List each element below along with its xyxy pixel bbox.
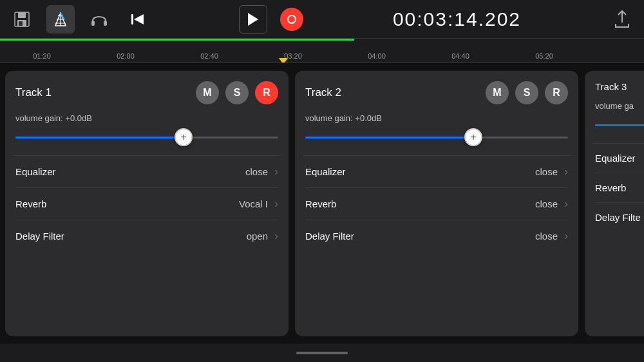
- svg-marker-13: [134, 14, 144, 24]
- ruler-label-2: 02:00: [117, 52, 135, 60]
- track-1-volume: volume gain: +0.0dB: [15, 113, 278, 145]
- record-button[interactable]: [278, 5, 306, 33]
- track-2-name: Track 2: [305, 86, 479, 99]
- track-1-solo-button[interactable]: S: [225, 81, 249, 104]
- track-card-2: Track 2 M S R volume gain: +0.0dB Equali…: [295, 71, 578, 336]
- track-1-reverb-status: Vocal I: [239, 198, 268, 209]
- track-2-reverb-label: Reverb: [305, 198, 535, 209]
- track-1-reverb-chevron[interactable]: ›: [274, 197, 278, 211]
- save-button[interactable]: [8, 5, 36, 33]
- track-2-slider[interactable]: [305, 129, 568, 145]
- track-2-rec-button[interactable]: R: [545, 81, 568, 104]
- track-card-1: Track 1 M S R volume gain: +0.0dB Equali…: [5, 71, 289, 336]
- track-2-volume: volume gain: +0.0dB: [305, 113, 568, 145]
- svg-rect-10: [91, 21, 95, 26]
- track-3-name: Track 3: [595, 81, 644, 92]
- track-3-equalizer-row[interactable]: Equalizer: [595, 144, 644, 173]
- metronome-button[interactable]: [46, 5, 75, 33]
- track-1-equalizer-row[interactable]: Equalizer close ›: [15, 156, 278, 188]
- svg-rect-12: [131, 14, 133, 24]
- track-3-header: Track 3: [595, 81, 644, 92]
- ruler-label-7: 05:20: [535, 52, 553, 60]
- ruler-label-6: 04:40: [451, 52, 469, 60]
- track-2-slider-thumb[interactable]: [464, 128, 482, 146]
- track-3-reverb-row[interactable]: Reverb: [595, 173, 644, 203]
- track-2-volume-label: volume gain: +0.0dB: [305, 113, 568, 123]
- rewind-button[interactable]: [124, 5, 152, 33]
- track-2-mute-button[interactable]: M: [486, 81, 509, 104]
- track-2-delay-label: Delay Filter: [305, 231, 535, 242]
- track-2-equalizer-chevron[interactable]: ›: [564, 165, 568, 178]
- progress-bar: [0, 39, 354, 41]
- track-2-header: Track 2 M S R: [305, 81, 568, 104]
- track-1-delay-status: open: [247, 231, 268, 242]
- track-2-solo-button[interactable]: S: [515, 81, 538, 104]
- track-3-slider[interactable]: [595, 117, 644, 133]
- bottom-handle[interactable]: [296, 352, 348, 354]
- ruler-label-5: 04:00: [368, 52, 386, 60]
- toolbar: 00:03:14.202: [0, 0, 644, 39]
- play-button[interactable]: [239, 5, 267, 33]
- svg-rect-11: [104, 21, 107, 26]
- track-1-equalizer-label: Equalizer: [15, 166, 245, 177]
- playhead[interactable]: [279, 58, 288, 63]
- track-2-delay-status: close: [535, 231, 558, 242]
- bottom-bar: [0, 344, 644, 362]
- track-3-reverb-label: Reverb: [595, 182, 644, 193]
- tracks-area: Track 1 M S R volume gain: +0.0dB Equali…: [0, 63, 644, 344]
- track-1-delay-row[interactable]: Delay Filter open ›: [15, 220, 278, 252]
- track-1-reverb-label: Reverb: [15, 198, 239, 209]
- track-3-delay-row[interactable]: Delay Filte: [595, 203, 644, 232]
- track-2-equalizer-status: close: [535, 166, 558, 177]
- track-1-slider[interactable]: [15, 129, 278, 145]
- track-1-delay-chevron[interactable]: ›: [274, 229, 278, 243]
- track-2-reverb-row[interactable]: Reverb close ›: [305, 188, 568, 220]
- track-3-equalizer-label: Equalizer: [595, 153, 644, 164]
- ruler-label-1: 01:20: [33, 52, 51, 60]
- track-card-3: Track 3 volume ga Equalizer Reverb Delay…: [585, 71, 644, 336]
- track-2-equalizer-row[interactable]: Equalizer close ›: [305, 156, 568, 188]
- track-1-reverb-row[interactable]: Reverb Vocal I ›: [15, 188, 278, 220]
- track-1-name: Track 1: [15, 86, 189, 99]
- track-1-equalizer-chevron[interactable]: ›: [274, 165, 278, 178]
- timeline-ruler[interactable]: 01:20 02:00 02:40 03:20 04:00 04:40 05:2…: [0, 39, 644, 63]
- track-2-delay-chevron[interactable]: ›: [564, 229, 568, 243]
- ruler-label-3: 02:40: [200, 52, 218, 60]
- track-1-volume-label: volume gain: +0.0dB: [15, 113, 278, 123]
- track-2-delay-row[interactable]: Delay Filter close ›: [305, 220, 568, 252]
- track-1-slider-thumb[interactable]: [175, 128, 193, 146]
- export-button[interactable]: [608, 5, 636, 33]
- headphones-button[interactable]: [85, 5, 113, 33]
- track-2-equalizer-label: Equalizer: [305, 166, 535, 177]
- track-2-reverb-status: close: [535, 198, 558, 209]
- track-1-equalizer-status: close: [245, 166, 268, 177]
- track-1-header: Track 1 M S R: [15, 81, 278, 104]
- track-3-volume-label: volume ga: [595, 101, 644, 111]
- track-3-volume: volume ga: [595, 101, 644, 133]
- svg-rect-1: [18, 12, 26, 18]
- track-1-delay-label: Delay Filter: [15, 231, 247, 242]
- track-3-delay-label: Delay Filte: [595, 212, 644, 223]
- svg-marker-14: [248, 13, 258, 26]
- track-1-mute-button[interactable]: M: [196, 81, 219, 104]
- track-1-rec-button[interactable]: R: [255, 81, 278, 104]
- track-2-reverb-chevron[interactable]: ›: [564, 197, 568, 211]
- time-display: 00:03:14.202: [393, 8, 521, 30]
- svg-rect-3: [19, 21, 23, 26]
